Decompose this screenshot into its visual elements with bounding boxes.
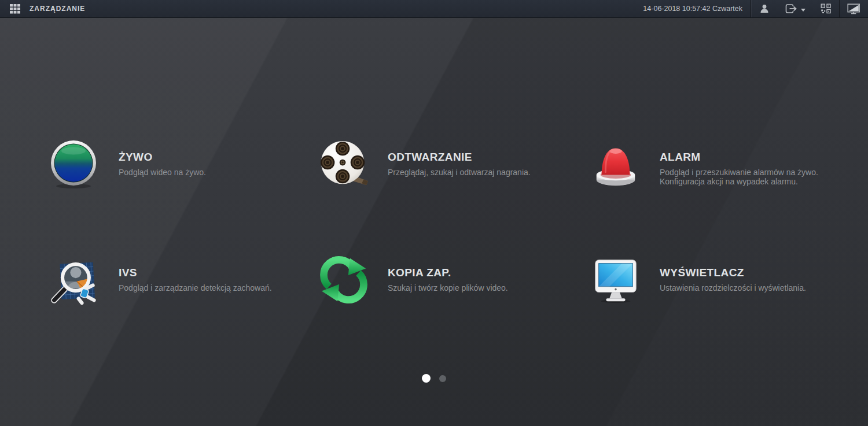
user-icon: [759, 3, 770, 14]
menu-item-title: ŻYWO: [119, 151, 298, 164]
menu-item-description: Podgląd wideo na żywo.: [119, 168, 298, 177]
chevron-down-icon: [801, 9, 806, 12]
monitor-icon: [590, 254, 639, 305]
menu-item-description: Podgląd i przeszukiwanie alarmów na żywo…: [660, 168, 839, 177]
page-dot-2[interactable]: [439, 375, 446, 382]
page-title: ZARZĄDZANIE: [30, 5, 85, 13]
menu-item-title: KOPIA ZAP.: [388, 266, 567, 279]
menu-item-description: Ustawienia rozdzielczości i wyświetlania…: [660, 283, 839, 292]
top-bar: ZARZĄDZANIE 14-06-2018 10:57:42 Czwartek: [0, 0, 868, 18]
logout-icon: [785, 3, 797, 14]
qr-code-button[interactable]: [813, 0, 839, 17]
menu-item-description-line2: Konfiguracja akcji na wypadek alarmu.: [660, 177, 839, 186]
menu-item-alarm[interactable]: ALARM Podgląd i przeszukiwanie alarmów n…: [590, 139, 845, 190]
menu-item-playback[interactable]: ODTWARZANIE Przeglądaj, szukaj i odtwarz…: [318, 139, 573, 190]
menu-item-text: ŻYWO Podgląd wideo na żywo.: [119, 139, 298, 190]
menu-item-description: Podgląd i zarządzanie detekcją zachowań.: [119, 283, 298, 292]
menu-item-title: ODTWARZANIE: [388, 151, 567, 164]
menu-item-title: IVS: [119, 266, 298, 279]
menu-item-title: WYŚWIETLACZ: [660, 266, 839, 279]
menu-item-text: IVS Podgląd i zarządzanie detekcją zacho…: [119, 254, 298, 305]
menu-item-title: ALARM: [660, 151, 839, 164]
qr-code-icon: [821, 3, 832, 14]
menu-item-description: Szukaj i twórz kopie plików video.: [388, 283, 567, 292]
menu-item-live[interactable]: ŻYWO Podgląd wideo na żywo.: [49, 139, 304, 190]
menu-item-description: Przeglądaj, szukaj i odtwarzaj nagrania.: [388, 168, 567, 177]
logout-button[interactable]: [778, 0, 813, 17]
menu-item-backup[interactable]: KOPIA ZAP. Szukaj i twórz kopie plików v…: [318, 254, 573, 305]
page-dot-1[interactable]: [422, 374, 431, 383]
user-button[interactable]: [751, 0, 778, 17]
menu-item-text: KOPIA ZAP. Szukaj i twórz kopie plików v…: [388, 254, 567, 305]
brand-area: ZARZĄDZANIE: [0, 1, 85, 16]
sync-arrows-icon: [318, 254, 367, 305]
siren-icon: [590, 139, 639, 190]
display-layout-icon: [847, 3, 860, 14]
menu-item-ivs[interactable]: IVS Podgląd i zarządzanie detekcją zacho…: [49, 254, 304, 305]
apps-grid-icon: [9, 3, 21, 14]
menu-item-text: ODTWARZANIE Przeglądaj, szukaj i odtwarz…: [388, 139, 567, 190]
menu-item-text: WYŚWIETLACZ Ustawienia rozdzielczości i …: [660, 254, 839, 305]
menu-item-text: ALARM Podgląd i przeszukiwanie alarmów n…: [660, 139, 839, 190]
live-view-button-icon: [49, 139, 98, 190]
pagination: [0, 374, 868, 383]
datetime-display: 14-06-2018 10:57:42 Czwartek: [643, 5, 742, 13]
magnifier-analytics-icon: [49, 254, 98, 305]
display-layout-button[interactable]: [840, 0, 868, 17]
apps-grid-button[interactable]: [8, 1, 23, 16]
film-reel-icon: [318, 139, 367, 190]
menu-item-display[interactable]: WYŚWIETLACZ Ustawienia rozdzielczości i …: [590, 254, 845, 305]
